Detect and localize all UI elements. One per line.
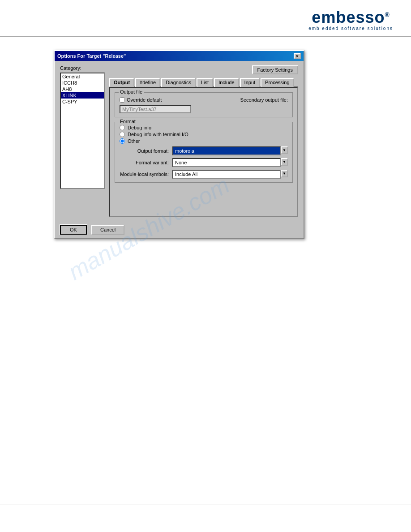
- module-local-symbols-dropdown-arrow[interactable]: ▼: [281, 170, 288, 177]
- category-item-general[interactable]: General: [61, 73, 104, 80]
- tab-input[interactable]: Input: [240, 78, 260, 87]
- format-variant-label: Format variant:: [120, 160, 169, 165]
- filename-input[interactable]: [120, 105, 191, 113]
- category-item-icch8[interactable]: ICCH8: [61, 80, 104, 86]
- radio-debug-terminal: Debug info with terminal I/O: [120, 132, 288, 137]
- header: embesso® emb edded software solutions: [0, 0, 411, 37]
- output-format-select-wrapper[interactable]: motorola ▼: [172, 146, 288, 155]
- category-list[interactable]: General ICCH8 AH8 XLINK C-SPY: [60, 73, 105, 189]
- radio-other-input[interactable]: [120, 138, 125, 144]
- logo-text: embesso®: [312, 8, 390, 27]
- tab-list[interactable]: List: [197, 78, 213, 87]
- radio-other: Other: [120, 138, 288, 144]
- override-default-checkbox[interactable]: [120, 97, 125, 103]
- radio-debug-info-input[interactable]: [120, 125, 125, 130]
- output-file-group: Output file Override default Secondary o…: [115, 92, 293, 117]
- format-variant-select-wrapper[interactable]: None ▼: [172, 158, 288, 167]
- radio-debug-terminal-input[interactable]: [120, 132, 125, 137]
- logo: embesso® emb edded software solutions: [308, 8, 393, 31]
- override-default-label[interactable]: Override default: [120, 97, 162, 103]
- radio-other-label: Other: [128, 138, 140, 144]
- format-variant-value[interactable]: None: [172, 158, 281, 167]
- module-local-symbols-select-wrapper[interactable]: Include All ▼: [172, 170, 288, 179]
- content-area: Output file Override default Secondary o…: [109, 87, 298, 217]
- format-variant-dropdown-arrow[interactable]: ▼: [281, 158, 288, 166]
- format-group: Format Debug info Debug info with termin…: [115, 122, 293, 183]
- title-bar: Options For Target "Release" ×: [55, 51, 304, 61]
- radio-debug-info-label: Debug info: [128, 125, 151, 130]
- category-label: Category:: [60, 65, 105, 71]
- output-file-title: Output file: [119, 89, 144, 94]
- tab-define[interactable]: #define: [135, 78, 160, 87]
- category-panel: Category: General ICCH8 AH8 XLINK C-SPY: [60, 65, 105, 217]
- secondary-output-label: Secondary output file:: [240, 97, 288, 103]
- tab-processing[interactable]: Processing: [261, 78, 294, 87]
- radio-debug-terminal-label: Debug info with terminal I/O: [128, 132, 188, 137]
- close-button[interactable]: ×: [294, 53, 301, 59]
- dialog-wrapper: Options For Target "Release" × Category:…: [0, 37, 411, 239]
- factory-settings-button[interactable]: Factory Settings: [252, 65, 298, 74]
- output-format-label: Output format:: [120, 148, 169, 154]
- tab-diagnostics[interactable]: Diagnostics: [161, 78, 196, 87]
- logo-tagline: emb edded software solutions: [308, 26, 393, 31]
- radio-debug-info: Debug info: [120, 125, 288, 130]
- format-title: Format: [119, 119, 137, 124]
- main-panel: Factory Settings Output #define Diagnost…: [109, 65, 298, 217]
- ok-button[interactable]: OK: [60, 225, 87, 235]
- category-item-xlink[interactable]: XLINK: [61, 92, 104, 99]
- options-dialog: Options For Target "Release" × Category:…: [54, 50, 304, 239]
- cancel-button[interactable]: Cancel: [91, 225, 124, 235]
- output-format-value[interactable]: motorola: [172, 146, 281, 155]
- footer-line: [0, 505, 411, 505]
- output-format-row: Output format: motorola ▼: [120, 146, 288, 155]
- module-local-symbols-value[interactable]: Include All: [172, 170, 281, 179]
- category-item-ah8[interactable]: AH8: [61, 86, 104, 92]
- output-file-row: Override default Secondary output file:: [120, 97, 288, 103]
- output-format-dropdown-arrow[interactable]: ▼: [281, 146, 288, 154]
- override-default-text: Override default: [127, 97, 162, 103]
- module-local-symbols-label: Module-local symbols:: [120, 172, 169, 177]
- logo-reg: ®: [385, 11, 390, 18]
- factory-row: Factory Settings: [109, 65, 298, 74]
- module-local-symbols-row: Module-local symbols: Include All ▼: [120, 170, 288, 179]
- dialog-footer: OK Cancel: [55, 221, 304, 238]
- format-variant-row: Format variant: None ▼: [120, 158, 288, 167]
- tabs-row: Output #define Diagnostics List Include …: [109, 77, 298, 87]
- tab-include[interactable]: Include: [214, 78, 239, 87]
- logo-em: embesso: [312, 8, 385, 26]
- category-item-cspy[interactable]: C-SPY: [61, 99, 104, 105]
- dialog-body: Category: General ICCH8 AH8 XLINK C-SPY …: [55, 61, 304, 221]
- tab-output[interactable]: Output: [109, 78, 134, 87]
- dialog-title: Options For Target "Release": [57, 53, 126, 59]
